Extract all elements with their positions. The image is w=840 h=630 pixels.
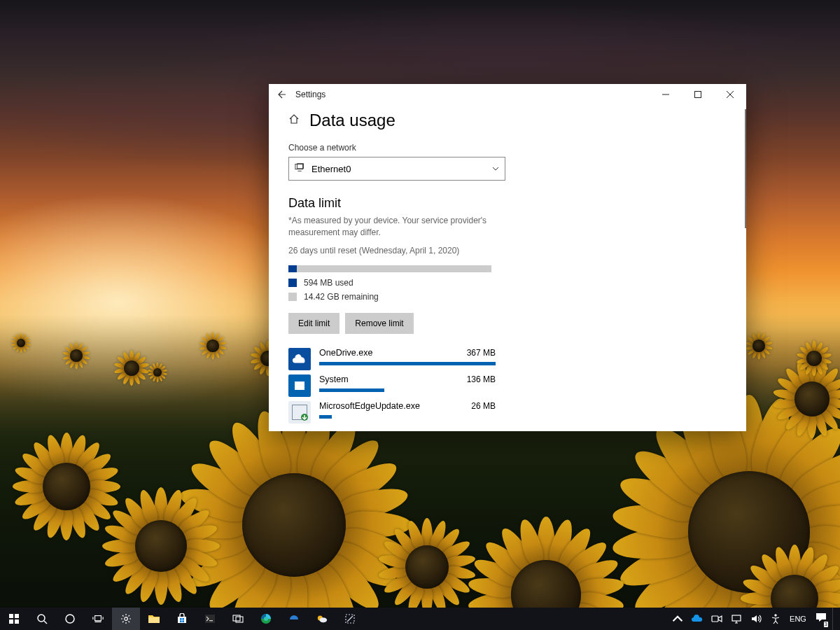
swatch-remaining-icon <box>288 293 297 301</box>
svg-rect-0 <box>695 92 701 98</box>
tray-network-icon[interactable] <box>727 608 746 630</box>
tray-ease-of-access-icon[interactable] <box>766 608 785 630</box>
svg-rect-5 <box>15 614 19 618</box>
taskbar-app-edge-chromium[interactable] <box>252 608 280 630</box>
page-title: Data usage <box>309 111 396 130</box>
used-label: 594 MB used <box>304 278 354 288</box>
taskbar-app-edge-legacy[interactable] <box>280 608 308 630</box>
choose-network-label: Choose a network <box>288 143 727 153</box>
svg-rect-18 <box>205 615 215 623</box>
taskbar-app-explorer[interactable] <box>140 608 168 630</box>
remove-limit-button[interactable]: Remove limit <box>345 313 413 334</box>
svg-rect-10 <box>95 616 102 621</box>
action-center-button[interactable]: 3 <box>811 608 831 630</box>
data-limit-heading: Data limit <box>288 196 727 211</box>
ethernet-icon <box>295 162 306 175</box>
show-desktop-button[interactable] <box>832 608 837 630</box>
svg-rect-28 <box>732 615 741 621</box>
search-button[interactable] <box>28 608 56 630</box>
network-select-value: Ethernet0 <box>312 164 486 174</box>
app-size: 136 MB <box>467 374 496 384</box>
swatch-used-icon <box>288 279 297 287</box>
svg-point-25 <box>319 617 327 622</box>
legend-used: 594 MB used <box>288 278 727 288</box>
taskbar[interactable]: ENG 3 <box>0 608 840 630</box>
svg-point-9 <box>66 615 74 623</box>
network-select[interactable]: Ethernet0 <box>288 157 505 181</box>
app-usage-bar <box>319 362 496 365</box>
app-name: System <box>319 374 349 384</box>
svg-rect-15 <box>182 618 184 620</box>
window-title: Settings <box>295 90 326 99</box>
svg-point-8 <box>38 615 45 622</box>
taskbar-app-mail[interactable] <box>224 608 252 630</box>
chevron-down-icon <box>492 162 499 175</box>
edit-limit-button[interactable]: Edit limit <box>288 313 340 334</box>
svg-rect-12 <box>148 617 160 623</box>
tray-volume-icon[interactable] <box>747 608 765 630</box>
taskbar-app-terminal[interactable] <box>196 608 224 630</box>
tray-overflow-button[interactable] <box>668 608 687 630</box>
svg-point-29 <box>774 614 776 616</box>
svg-rect-19 <box>209 620 213 621</box>
taskbar-app-weather[interactable] <box>308 608 336 630</box>
svg-rect-13 <box>178 617 186 623</box>
svg-rect-6 <box>9 620 13 624</box>
taskbar-app-store[interactable] <box>168 608 196 630</box>
home-icon[interactable] <box>288 113 300 127</box>
app-usage-list: OneDrive.exe367 MBSystem136 MBMicrosoftE… <box>288 348 727 424</box>
svg-rect-14 <box>180 618 182 620</box>
svg-rect-17 <box>182 620 184 622</box>
svg-rect-4 <box>9 614 13 618</box>
svg-rect-27 <box>712 616 718 622</box>
svg-point-11 <box>125 617 128 621</box>
cortana-button[interactable] <box>56 608 84 630</box>
app-row[interactable]: System136 MB <box>288 374 727 397</box>
back-button[interactable] <box>276 89 287 100</box>
scrollbar-thumb[interactable] <box>745 109 746 228</box>
app-size: 26 MB <box>471 401 496 411</box>
settings-window: Settings Data usage Choose a network Eth… <box>269 84 746 431</box>
tray-onedrive-icon[interactable] <box>688 608 706 630</box>
task-view-button[interactable] <box>84 608 112 630</box>
svg-rect-16 <box>180 620 182 622</box>
minimize-button[interactable] <box>650 84 682 105</box>
app-onedrive-icon <box>288 348 311 370</box>
svg-rect-20 <box>233 615 240 621</box>
taskbar-app-snip[interactable] <box>336 608 364 630</box>
tray-language-indicator[interactable]: ENG <box>786 608 810 630</box>
app-row[interactable]: MicrosoftEdgeUpdate.exe26 MB <box>288 401 727 424</box>
maximize-button[interactable] <box>682 84 714 105</box>
app-size: 367 MB <box>467 348 496 358</box>
app-name: OneDrive.exe <box>319 348 372 358</box>
reset-countdown: 26 days until reset (Wednesday, April 1,… <box>288 245 727 257</box>
data-usage-bar <box>288 265 491 272</box>
window-titlebar[interactable]: Settings <box>269 84 746 105</box>
app-usage-bar <box>319 388 496 392</box>
app-edge-icon <box>288 401 311 424</box>
taskbar-app-settings[interactable] <box>112 608 140 630</box>
window-content: Data usage Choose a network Ethernet0 Da… <box>269 105 746 431</box>
tray-meet-now-icon[interactable] <box>708 608 726 630</box>
legend-remaining: 14.42 GB remaining <box>288 292 727 302</box>
app-row[interactable]: OneDrive.exe367 MB <box>288 348 727 370</box>
data-usage-fill <box>288 265 297 272</box>
svg-point-23 <box>264 617 268 621</box>
svg-rect-21 <box>236 617 243 622</box>
start-button[interactable] <box>0 608 28 630</box>
notification-count: 3 <box>824 622 828 627</box>
close-button[interactable] <box>714 84 746 105</box>
app-name: MicrosoftEdgeUpdate.exe <box>319 401 420 411</box>
remaining-label: 14.42 GB remaining <box>304 292 379 302</box>
svg-rect-7 <box>15 620 19 624</box>
data-limit-note: *As measured by your device. Your servic… <box>288 215 498 239</box>
app-usage-bar <box>319 415 496 419</box>
app-system-icon <box>288 374 311 397</box>
